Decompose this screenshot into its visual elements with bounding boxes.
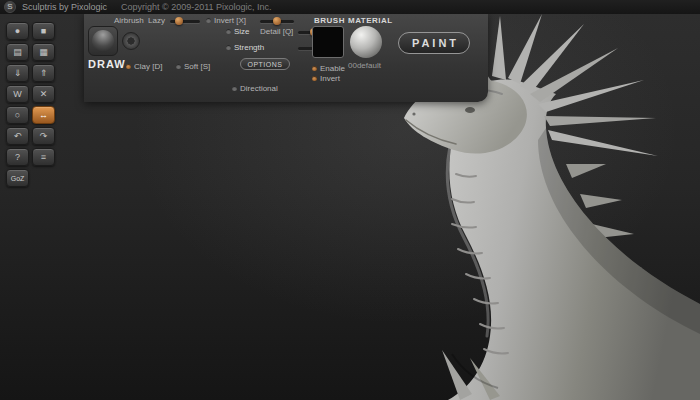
import-button[interactable]: ⇓ xyxy=(6,64,29,82)
menu-icon: ≡ xyxy=(41,152,46,162)
new-sphere-button[interactable]: ● xyxy=(6,22,29,40)
detail-label: Detail [Q] xyxy=(260,27,293,37)
help-button[interactable]: ? xyxy=(6,148,29,166)
wireframe-icon: W xyxy=(13,89,22,99)
options-toggle-button[interactable]: ○ xyxy=(6,106,29,124)
strength-label: Strength xyxy=(226,43,264,53)
material-header: MATERIAL xyxy=(348,16,393,25)
material-name: 00default xyxy=(348,61,381,70)
enable-toggle[interactable]: Enable xyxy=(312,64,345,74)
paint-mode-button[interactable]: PAINT xyxy=(398,32,470,54)
symmetry-toggle-button[interactable]: ↔ xyxy=(32,106,55,124)
invert-slider-handle[interactable] xyxy=(273,17,281,25)
undo-icon: ↶ xyxy=(14,131,22,141)
lazy-toggle[interactable]: Lazy xyxy=(148,16,165,26)
open-file-button[interactable]: ▤ xyxy=(6,43,29,61)
save-icon: ▦ xyxy=(39,47,48,57)
enable-dot-icon xyxy=(312,66,317,71)
export-icon: ⇑ xyxy=(40,68,48,78)
export-button[interactable]: ⇑ xyxy=(32,64,55,82)
new-plane-button[interactable]: ■ xyxy=(32,22,55,40)
active-tool-name: DRAW xyxy=(88,58,126,70)
brush-ball-icon xyxy=(92,30,114,52)
redo-icon: ↷ xyxy=(40,131,48,141)
options-button[interactable]: OPTIONS xyxy=(240,58,290,70)
lazy-slider[interactable] xyxy=(170,20,200,23)
redo-button[interactable]: ↷ xyxy=(32,127,55,145)
soft-radio[interactable]: Soft [S] xyxy=(176,62,210,72)
clay-radio[interactable]: Clay [D] xyxy=(126,62,162,72)
brush-texture-swatch[interactable] xyxy=(312,26,344,58)
sculptris-app-window: S Sculptris by Pixologic Copyright © 200… xyxy=(0,0,700,400)
symmetry-icon: ↔ xyxy=(39,110,48,120)
dragon-claws xyxy=(442,350,500,400)
material-sphere-preview[interactable] xyxy=(350,26,382,58)
size-dot-icon xyxy=(226,29,231,34)
titlebar: S Sculptris by Pixologic Copyright © 200… xyxy=(0,0,700,14)
goz-button[interactable]: GoZ xyxy=(6,169,29,187)
help-icon: ? xyxy=(15,152,20,162)
lazy-slider-handle[interactable] xyxy=(175,17,183,25)
strength-dot-icon xyxy=(226,45,231,50)
sculptris-logo-icon: S xyxy=(4,1,16,13)
sphere-icon: ● xyxy=(15,26,20,36)
dragon-highlight xyxy=(447,146,488,336)
directional-dot-icon xyxy=(232,86,237,91)
sidebar-toolbox: ● ■ ▤ ▦ ⇓ ⇑ W ✕ ○ ↔ ↶ ↷ ? ≡ GoZ xyxy=(6,22,60,190)
dragon-neck-spikes xyxy=(566,164,642,268)
invert-x-toggle[interactable]: Invert [X] xyxy=(206,16,246,26)
app-title: Sculptris by Pixologic xyxy=(22,2,107,12)
invert-slider[interactable] xyxy=(260,20,294,23)
lazy-rope-icon[interactable] xyxy=(122,32,140,50)
mask-icon: ✕ xyxy=(40,89,48,99)
invert-x-dot-icon xyxy=(206,18,211,23)
wireframe-toggle-button[interactable]: W xyxy=(6,85,29,103)
plane-icon: ■ xyxy=(41,26,46,36)
clay-dot-icon xyxy=(126,64,131,69)
invert-toggle[interactable]: Invert xyxy=(312,74,340,84)
menu-button[interactable]: ≡ xyxy=(32,148,55,166)
open-icon: ▤ xyxy=(13,47,22,57)
brush-settings-panel: Airbrush Lazy Invert [X] DRAW Clay [D] S… xyxy=(84,14,488,102)
directional-toggle[interactable]: Directional xyxy=(232,84,278,94)
airbrush-toggle[interactable]: Airbrush xyxy=(114,16,144,26)
dragon-body xyxy=(448,79,700,400)
brush-preview-button[interactable] xyxy=(88,26,118,56)
size-label: Size xyxy=(226,27,250,37)
save-file-button[interactable]: ▦ xyxy=(32,43,55,61)
copyright-text: Copyright © 2009-2011 Pixologic, Inc. xyxy=(121,2,272,12)
import-icon: ⇓ xyxy=(14,68,22,78)
invert-dot-icon xyxy=(312,76,317,81)
soft-dot-icon xyxy=(176,64,181,69)
dragon-belly-ridges xyxy=(452,174,508,354)
dragon-shading xyxy=(538,128,700,334)
mask-toggle-button[interactable]: ✕ xyxy=(32,85,55,103)
brush-header: BRUSH xyxy=(314,16,345,25)
options-icon: ○ xyxy=(15,110,20,120)
undo-button[interactable]: ↶ xyxy=(6,127,29,145)
